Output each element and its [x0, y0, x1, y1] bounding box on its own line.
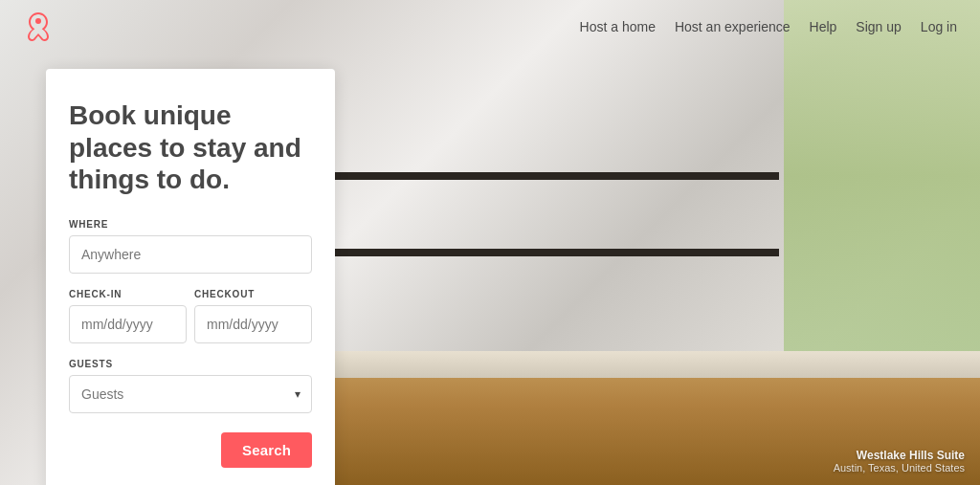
where-input[interactable] — [69, 235, 312, 274]
counter-top — [335, 351, 980, 378]
location-detail: Austin, Texas, United States — [834, 462, 965, 474]
guests-label: GUESTS — [69, 359, 312, 369]
nav-login[interactable]: Log in — [921, 19, 957, 34]
date-row: CHECK-IN CHECKOUT — [69, 289, 312, 343]
guests-select-wrapper: Guests 1 guest 2 guests 3 guests 4 guest… — [69, 375, 312, 413]
checkin-input[interactable] — [69, 305, 187, 343]
checkout-label: CHECKOUT — [194, 289, 312, 299]
nav-host-experience[interactable]: Host an experience — [675, 19, 791, 34]
navbar: Host a home Host an experience Help Sign… — [0, 0, 980, 54]
checkin-group: CHECK-IN — [69, 289, 187, 343]
nav-help[interactable]: Help — [810, 19, 837, 34]
nav-signup[interactable]: Sign up — [856, 19, 901, 34]
shelf-lower — [335, 249, 779, 256]
logo[interactable] — [23, 11, 54, 42]
location-name: Westlake Hills Suite — [834, 449, 965, 462]
nav-host-home[interactable]: Host a home — [580, 19, 656, 34]
where-label: WHERE — [69, 219, 312, 230]
checkin-label: CHECK-IN — [69, 289, 187, 299]
guests-field-group: GUESTS Guests 1 guest 2 guests 3 guests … — [69, 359, 312, 413]
card-title: Book unique places to stay and things to… — [69, 99, 312, 196]
checkout-group: CHECKOUT — [194, 289, 312, 343]
checkout-input[interactable] — [194, 305, 312, 343]
guests-select[interactable]: Guests 1 guest 2 guests 3 guests 4 guest… — [69, 375, 312, 413]
where-field-group: WHERE — [69, 219, 312, 274]
location-caption: Westlake Hills Suite Austin, Texas, Unit… — [834, 449, 965, 474]
nav-links: Host a home Host an experience Help Sign… — [580, 19, 957, 34]
shelf-upper — [335, 172, 779, 180]
search-button[interactable]: Search — [221, 432, 312, 468]
search-card: Book unique places to stay and things to… — [46, 69, 335, 485]
search-button-row: Search — [69, 432, 312, 468]
